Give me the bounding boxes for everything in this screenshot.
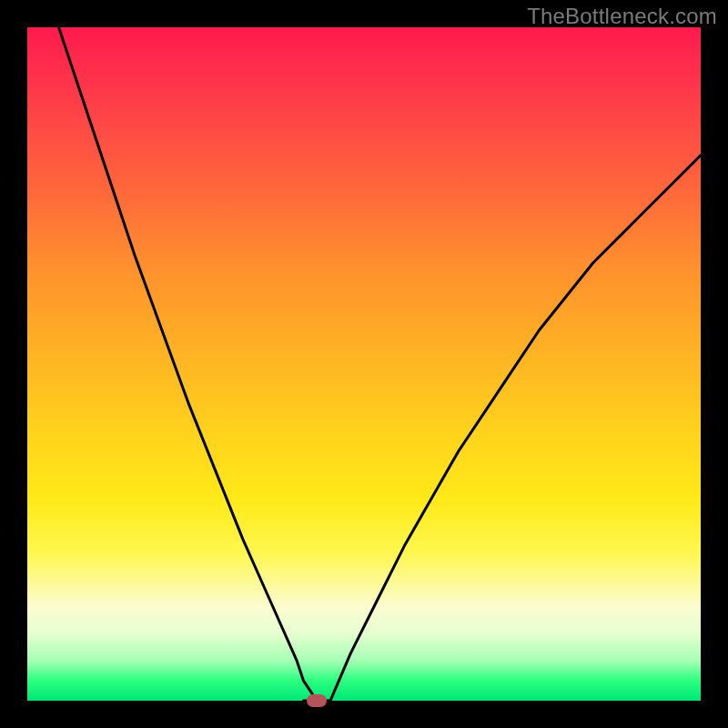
plot-area: [27, 27, 701, 701]
watermark-text: TheBottleneck.com: [527, 4, 717, 29]
bottleneck-curve: [27, 27, 701, 701]
curve-path: [27, 27, 701, 701]
chart-frame: TheBottleneck.com: [0, 0, 728, 728]
minimum-marker: [307, 694, 327, 707]
